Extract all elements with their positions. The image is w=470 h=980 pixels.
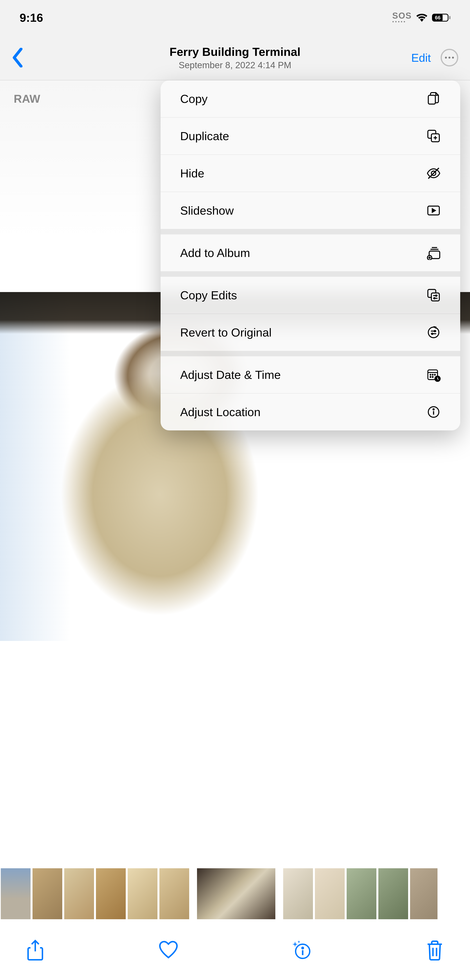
copy-icon bbox=[427, 92, 441, 106]
navigation-bar: Ferry Building Terminal September 8, 202… bbox=[0, 35, 470, 80]
svg-point-39 bbox=[302, 947, 303, 949]
delete-button[interactable] bbox=[425, 939, 445, 962]
menu-separator bbox=[160, 229, 460, 234]
menu-label: Copy Edits bbox=[180, 288, 237, 302]
thumbnail[interactable] bbox=[410, 868, 438, 919]
svg-point-31 bbox=[435, 374, 435, 375]
thumbnail[interactable] bbox=[159, 868, 189, 919]
location-info-icon bbox=[427, 405, 441, 419]
edit-button[interactable]: Edit bbox=[411, 51, 431, 64]
svg-point-32 bbox=[430, 377, 431, 377]
heart-icon bbox=[159, 939, 178, 961]
status-bar: 9:16 SOS ••••• 66 bbox=[0, 0, 470, 35]
menu-separator bbox=[160, 272, 460, 277]
menu-item-duplicate[interactable]: Duplicate bbox=[160, 118, 460, 155]
svg-point-21 bbox=[428, 327, 439, 338]
back-button[interactable] bbox=[12, 48, 24, 67]
menu-label: Duplicate bbox=[180, 129, 229, 143]
svg-point-33 bbox=[432, 377, 433, 377]
menu-item-slideshow[interactable]: Slideshow bbox=[160, 192, 460, 229]
thumbnail[interactable] bbox=[347, 868, 376, 919]
info-button[interactable] bbox=[292, 939, 311, 962]
thumbnail[interactable] bbox=[96, 868, 126, 919]
hide-icon bbox=[427, 166, 441, 180]
thumbnail[interactable] bbox=[378, 868, 408, 919]
svg-point-18 bbox=[435, 295, 437, 296]
svg-marker-8 bbox=[432, 209, 435, 212]
share-icon bbox=[25, 939, 45, 961]
menu-label: Hide bbox=[180, 167, 204, 180]
duplicate-icon bbox=[427, 129, 441, 143]
menu-label: Slideshow bbox=[180, 204, 234, 217]
menu-item-revert[interactable]: Revert to Original bbox=[160, 314, 460, 351]
menu-item-adjust-location[interactable]: Adjust Location bbox=[160, 394, 460, 430]
svg-point-26 bbox=[432, 333, 433, 334]
svg-point-30 bbox=[432, 374, 433, 375]
svg-point-36 bbox=[433, 409, 434, 410]
slideshow-icon bbox=[427, 204, 441, 218]
svg-rect-16 bbox=[432, 293, 440, 301]
copy-edits-icon bbox=[427, 288, 441, 302]
share-button[interactable] bbox=[25, 939, 45, 962]
calendar-clock-icon bbox=[427, 368, 441, 382]
favorite-button[interactable] bbox=[159, 939, 178, 962]
thumbnail[interactable] bbox=[315, 868, 345, 919]
menu-label: Adjust Date & Time bbox=[180, 368, 281, 382]
thumbnail[interactable] bbox=[64, 868, 94, 919]
menu-label: Copy bbox=[180, 92, 208, 106]
add-album-icon bbox=[427, 246, 441, 260]
status-time: 9:16 bbox=[20, 11, 43, 24]
menu-label: Revert to Original bbox=[180, 326, 272, 339]
bottom-toolbar bbox=[0, 925, 470, 976]
revert-icon bbox=[427, 325, 441, 339]
thumbnail-selected[interactable] bbox=[197, 868, 275, 919]
menu-item-hide[interactable]: Hide bbox=[160, 155, 460, 192]
thumbnail[interactable] bbox=[283, 868, 313, 919]
menu-item-adjust-date[interactable]: Adjust Date & Time bbox=[160, 356, 460, 394]
photo-date-subtitle: September 8, 2022 4:14 PM bbox=[170, 60, 301, 70]
trash-icon bbox=[425, 939, 445, 961]
menu-item-add-to-album[interactable]: Add to Album bbox=[160, 234, 460, 272]
svg-rect-0 bbox=[428, 95, 435, 104]
info-sparkle-icon bbox=[292, 939, 311, 961]
thumbnail[interactable] bbox=[32, 868, 62, 919]
photo-location-title: Ferry Building Terminal bbox=[170, 45, 301, 59]
menu-label: Add to Album bbox=[180, 246, 250, 260]
svg-point-24 bbox=[434, 331, 435, 332]
battery-indicator: 66 bbox=[432, 14, 450, 22]
svg-point-29 bbox=[430, 374, 431, 375]
raw-format-badge: RAW bbox=[14, 92, 40, 105]
menu-item-copy-edits[interactable]: Copy Edits bbox=[160, 277, 460, 314]
thumbnail-strip[interactable] bbox=[0, 868, 470, 919]
menu-label: Adjust Location bbox=[180, 405, 260, 419]
thumbnail[interactable] bbox=[1, 868, 30, 919]
actions-context-menu: Copy Duplicate Hide Slideshow Add bbox=[160, 80, 460, 430]
status-indicators: SOS ••••• 66 bbox=[392, 11, 450, 24]
nav-title-group: Ferry Building Terminal September 8, 202… bbox=[170, 45, 301, 70]
more-actions-button[interactable] bbox=[441, 49, 458, 67]
thumbnail[interactable] bbox=[128, 868, 157, 919]
menu-item-copy[interactable]: Copy bbox=[160, 80, 460, 118]
wifi-icon bbox=[416, 13, 427, 22]
menu-separator bbox=[160, 351, 460, 356]
sos-indicator: SOS ••••• bbox=[392, 11, 412, 24]
svg-point-20 bbox=[434, 298, 435, 299]
